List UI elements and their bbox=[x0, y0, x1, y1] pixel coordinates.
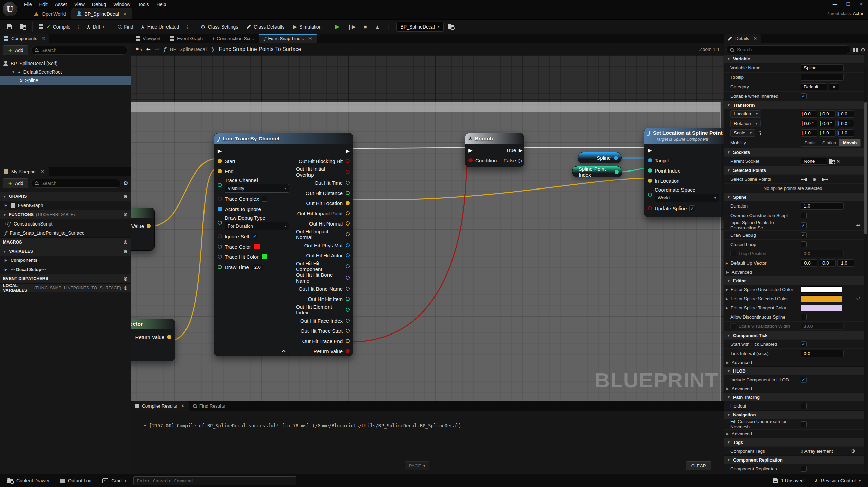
my-blueprint-search-input[interactable]: Search bbox=[31, 179, 121, 188]
true-exec-pin[interactable]: ▶ bbox=[519, 148, 523, 153]
enum-pin[interactable] bbox=[218, 221, 222, 225]
pin-checkbox[interactable]: ✓ bbox=[689, 205, 695, 211]
category-event-dispatchers[interactable]: EVENT DISPATCHERS⊕ bbox=[0, 274, 131, 283]
number-input[interactable]: 0.0 bbox=[801, 350, 844, 357]
advanced-row[interactable]: ▶Advanced bbox=[724, 268, 864, 276]
section-caret-icon[interactable]: ▼ bbox=[727, 195, 730, 199]
vector-pin[interactable] bbox=[346, 221, 350, 226]
float-pin[interactable] bbox=[218, 265, 222, 269]
menu-file[interactable]: File bbox=[20, 1, 36, 8]
blueprint-item-func-snap-linepoints-to-surface[interactable]: ƒFunc_Snap_LinePoints_to_Surface bbox=[0, 228, 131, 237]
clear-button[interactable]: CLEAR bbox=[686, 461, 711, 470]
close-icon[interactable]: ✕ bbox=[123, 11, 127, 16]
simulation-button[interactable]: ▶ Simulation bbox=[289, 22, 325, 32]
doc-tab-event-graph[interactable]: Event Graph bbox=[165, 34, 208, 43]
category-graphs[interactable]: ▼GRAPHS⊕ bbox=[0, 192, 131, 201]
int-pin[interactable] bbox=[346, 297, 350, 301]
section-sockets[interactable]: ▼Sockets bbox=[724, 148, 864, 156]
color-swatch[interactable] bbox=[801, 305, 842, 311]
property-checkbox[interactable] bbox=[730, 251, 736, 256]
advanced-row[interactable]: ▶Advanced bbox=[724, 429, 864, 438]
menu-window[interactable]: Window bbox=[110, 1, 134, 8]
text-input[interactable]: Spline bbox=[801, 64, 844, 71]
mobility-option-static[interactable]: Static bbox=[801, 139, 819, 146]
false-exec-pin[interactable]: ▷ bbox=[519, 158, 523, 163]
compile-options-button[interactable]: ⋮ bbox=[75, 24, 83, 30]
section-caret-icon[interactable]: ▼ bbox=[727, 168, 730, 172]
add-plus-icon[interactable]: ⊕ bbox=[123, 276, 128, 282]
float-pin[interactable] bbox=[346, 191, 350, 195]
vector-component-input[interactable]: 1.0 bbox=[837, 259, 854, 267]
color-swatch[interactable] bbox=[801, 286, 842, 293]
doc-tab-viewport[interactable]: Viewport bbox=[131, 34, 165, 43]
details-scrollbar[interactable] bbox=[864, 67, 867, 472]
section-caret-icon[interactable]: ▼ bbox=[727, 150, 730, 154]
expander-caret-icon[interactable]: ▼ bbox=[12, 70, 15, 74]
property-checkbox[interactable] bbox=[730, 323, 736, 329]
name-pin[interactable] bbox=[346, 276, 350, 280]
section-component-replication[interactable]: ▼Component Replication bbox=[724, 455, 864, 464]
unsaved-button[interactable]: 1 Unsaved bbox=[769, 476, 808, 485]
tree-item-spline[interactable]: SSpline bbox=[0, 76, 131, 85]
pin-checkbox[interactable] bbox=[262, 196, 267, 202]
section-navigation[interactable]: ▼Navigation bbox=[724, 410, 864, 419]
vector-component-input[interactable]: 0.0 ° bbox=[819, 120, 836, 127]
node-header[interactable]: Y Branch bbox=[465, 133, 524, 144]
socket-value[interactable]: None bbox=[801, 158, 827, 165]
text-input[interactable] bbox=[801, 74, 844, 81]
tab-details[interactable]: Details ✕ bbox=[724, 34, 761, 43]
section-caret-icon[interactable]: ▼ bbox=[727, 440, 730, 444]
doc-tab-func-snap-line-[interactable]: ƒFunc Snap Line...✕ bbox=[259, 34, 317, 43]
section-hlod[interactable]: ▼HLOD bbox=[724, 366, 864, 375]
section-caret-icon[interactable]: ▼ bbox=[727, 103, 730, 107]
collapse-node-button[interactable] bbox=[214, 349, 353, 354]
vector-pin[interactable] bbox=[218, 169, 222, 173]
menu-help[interactable]: Help bbox=[153, 1, 170, 8]
category-variables[interactable]: ▼VARIABLES⊕ bbox=[0, 247, 131, 256]
name-pin[interactable] bbox=[346, 287, 350, 291]
content-drawer-button[interactable]: Content Drawer bbox=[3, 476, 54, 485]
mobility-option-station[interactable]: Station bbox=[819, 139, 839, 146]
output-log-button[interactable]: Output Log bbox=[56, 476, 95, 485]
checkbox[interactable] bbox=[801, 421, 807, 427]
compiler-tab-compiler-results[interactable]: Compiler Results✕ bbox=[131, 401, 189, 411]
checkbox[interactable] bbox=[801, 466, 807, 472]
expander-caret-icon[interactable]: ▼ bbox=[3, 195, 6, 198]
advanced-row[interactable]: ▶Advanced bbox=[724, 384, 864, 393]
revision-control-dropdown[interactable]: Y Revision Control ▾ bbox=[811, 476, 865, 485]
getter-node-spline[interactable]: Spline bbox=[578, 152, 622, 163]
pin-value-input[interactable]: 2.0 bbox=[252, 264, 263, 270]
expander-caret-icon[interactable]: ▶ bbox=[5, 258, 7, 262]
close-icon[interactable]: ✕ bbox=[308, 36, 312, 41]
section-variable[interactable]: ▼Variable bbox=[724, 54, 864, 63]
add-plus-icon[interactable]: ⊕ bbox=[123, 248, 128, 254]
display-options-icon[interactable] bbox=[853, 48, 858, 52]
add-component-button[interactable]: ＋ Add bbox=[3, 45, 28, 55]
bool-pin[interactable] bbox=[218, 197, 222, 201]
section-transform[interactable]: ▼Transform bbox=[724, 101, 864, 109]
checkbox[interactable]: ✓ bbox=[801, 377, 807, 383]
enum-pin[interactable] bbox=[218, 183, 222, 187]
tree-item-defaultsceneroot[interactable]: ▼▲DefaultSceneRoot bbox=[0, 68, 131, 76]
section-caret-icon[interactable]: ▼ bbox=[727, 279, 730, 283]
clear-icon[interactable]: ✕ bbox=[836, 159, 840, 164]
pin-dropdown[interactable]: For Duration▾ bbox=[225, 222, 289, 230]
expander-caret-icon[interactable]: ▶ bbox=[726, 270, 729, 274]
revert-arrow-icon[interactable]: ↩ bbox=[856, 296, 861, 301]
advanced-row[interactable]: ▶Advanced bbox=[724, 358, 864, 366]
node-header[interactable]: ƒSet Location at Spline Point Target is … bbox=[644, 128, 724, 144]
expander-caret-icon[interactable]: ▶ bbox=[726, 387, 729, 391]
lock-open-icon[interactable] bbox=[758, 133, 761, 135]
node-header[interactable]: ke Vector bbox=[131, 319, 175, 329]
vector-pin[interactable] bbox=[346, 201, 350, 205]
revert-arrow-icon[interactable]: ↩ bbox=[856, 222, 861, 228]
expander-caret-icon[interactable]: ▶ bbox=[5, 203, 7, 207]
graph-canvas[interactable]: BLUEPRINT Value ke Vector Return Value bbox=[131, 55, 724, 401]
breadcrumb-root[interactable]: BP_SplineDecal bbox=[170, 46, 207, 52]
vector-component-input[interactable]: 0.0 ° bbox=[837, 120, 854, 127]
color-swatch[interactable] bbox=[261, 254, 268, 260]
class-defaults-button[interactable]: Class Defaults bbox=[243, 22, 288, 32]
add-element-icon[interactable]: ⊕ bbox=[851, 448, 855, 454]
add-plus-icon[interactable]: ⊕ bbox=[123, 285, 128, 291]
pin-dropdown[interactable]: World▾ bbox=[655, 194, 719, 202]
